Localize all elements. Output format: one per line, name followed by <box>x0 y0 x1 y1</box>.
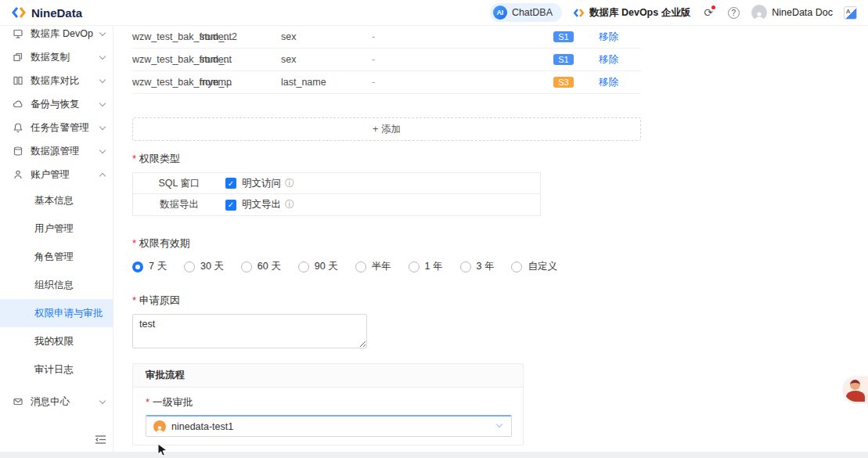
support-avatar[interactable] <box>844 377 868 402</box>
radio-icon[interactable] <box>184 261 195 272</box>
edition-logo-icon <box>573 8 585 18</box>
brand-name: NineData <box>31 6 82 20</box>
sidebar-item-label: 任务告警管理 <box>31 121 93 135</box>
alarm-icon <box>13 122 23 133</box>
chevron-up-icon <box>99 172 106 179</box>
chevron-down-icon <box>99 76 106 82</box>
approver-selected-value: ninedata-test1 <box>171 421 233 432</box>
permission-option-label[interactable]: 明文访问 <box>242 177 281 190</box>
chatdba-label: ChatDBA <box>512 7 553 18</box>
approval-level-label: 一级审批 <box>146 395 510 409</box>
sidebar-item-basic-info[interactable]: 基本信息 <box>0 186 113 215</box>
radio-icon[interactable] <box>241 261 252 272</box>
checkbox-checked-icon[interactable] <box>225 178 236 189</box>
radio-icon[interactable] <box>409 261 420 272</box>
radio-option-7d[interactable]: 7 天 <box>132 260 167 273</box>
help-icon[interactable] <box>726 5 740 20</box>
sidebar-item-user-management[interactable]: 用户管理 <box>0 215 113 243</box>
column-name: sex <box>281 54 372 65</box>
sub-item-label: 基本信息 <box>34 194 74 207</box>
notification-dot <box>711 5 715 9</box>
info-icon[interactable] <box>285 198 294 211</box>
sensitivity-badge: S3 <box>553 77 574 88</box>
column-value: - <box>372 54 553 65</box>
remove-link[interactable]: 移除 <box>599 53 641 67</box>
radio-icon[interactable] <box>460 261 471 272</box>
radio-icon[interactable] <box>355 261 366 272</box>
info-icon[interactable] <box>285 177 294 190</box>
sensitivity-badge: S1 <box>553 31 574 42</box>
selected-objects-table: wzw_test_bak_from_... student2 sex - S1 … <box>132 26 641 94</box>
sidebar-item-org-info[interactable]: 组织信息 <box>0 271 113 299</box>
chatdba-button[interactable]: AI ChatDBA <box>490 3 562 22</box>
sidebar-item-database-compare[interactable]: 数据库对比 <box>0 69 113 92</box>
ninedata-logo[interactable]: NineData <box>11 6 82 20</box>
sub-item-label: 组织信息 <box>34 279 74 292</box>
sidebar-item-backup-restore[interactable]: 备份与恢复 <box>0 92 113 116</box>
doc-link[interactable]: NineData Doc <box>772 7 833 18</box>
permission-type-table: SQL 窗口 明文访问 数据导出 明文导出 <box>132 172 541 216</box>
sidebar-item-role-management[interactable]: 角色管理 <box>0 243 113 271</box>
radio-icon[interactable] <box>511 261 522 272</box>
refresh-icon[interactable]: ⟳ <box>701 5 715 20</box>
radio-option-60d[interactable]: 60 天 <box>241 260 281 273</box>
replication-icon <box>13 52 23 63</box>
database-name: wzw_test_bak_from_... <box>132 54 200 65</box>
sidebar-item-permission-approval[interactable]: 权限申请与审批 <box>0 299 113 327</box>
radio-selected-icon[interactable] <box>132 261 143 272</box>
remove-link[interactable]: 移除 <box>599 76 641 89</box>
sidebar-item-account[interactable]: 账户管理 <box>0 163 113 186</box>
radio-label: 3 年 <box>477 260 495 273</box>
radio-icon[interactable] <box>298 261 309 272</box>
table-row: wzw_test_bak_from_... student sex - S1 移… <box>132 49 641 71</box>
chevron-down-icon <box>99 146 106 153</box>
user-doc-cluster[interactable]: NineData Doc <box>751 5 833 20</box>
translate-icon[interactable]: A <box>844 6 857 20</box>
approver-select[interactable]: ninedata-test1 <box>146 415 512 437</box>
radio-option-30d[interactable]: 30 天 <box>184 260 224 273</box>
approval-flow-title: 审批流程 <box>133 364 523 388</box>
table-name: myemp <box>200 77 281 88</box>
permission-option-label[interactable]: 明文导出 <box>242 198 281 211</box>
sidebar-item-audit-log[interactable]: 审计日志 <box>0 355 113 384</box>
user-avatar[interactable] <box>751 5 767 20</box>
sidebar-collapse-icon[interactable] <box>95 435 106 447</box>
chevron-down-icon <box>496 421 502 427</box>
main-content: wzw_test_bak_from_... student2 sex - S1 … <box>113 26 868 452</box>
radio-option-3y[interactable]: 3 年 <box>460 260 495 273</box>
radio-option-90d[interactable]: 90 天 <box>298 260 338 273</box>
add-button[interactable]: + 添加 <box>132 117 641 141</box>
database-name: wzw_test_bak_from_... <box>132 77 200 88</box>
sidebar-item-label: 消息中心 <box>31 395 93 409</box>
sidebar-item-label: 数据复制 <box>31 51 93 64</box>
support-avatar-head <box>850 380 860 390</box>
ninedata-logo-icon <box>11 6 27 19</box>
validity-radio-group: 7 天 30 天 60 天 90 天 半年 1 年 3 年 自定义 <box>132 260 849 273</box>
monitor-icon <box>13 28 23 39</box>
backup-icon <box>13 99 23 110</box>
bottom-strip <box>0 452 868 458</box>
permission-name: SQL 窗口 <box>133 177 225 190</box>
person-icon <box>754 11 765 20</box>
radio-option-1y[interactable]: 1 年 <box>409 260 443 273</box>
sidebar-item-data-replication[interactable]: 数据复制 <box>0 45 113 69</box>
table-name: student <box>200 54 281 65</box>
remove-link[interactable]: 移除 <box>599 31 641 44</box>
sub-item-label: 权限申请与审批 <box>34 307 103 320</box>
team-icon <box>13 169 23 180</box>
sidebar-item-message-center[interactable]: 消息中心 <box>0 390 113 413</box>
radio-option-half-year[interactable]: 半年 <box>355 260 391 273</box>
edition-label: 数据库 DevOps 企业版 <box>589 6 690 20</box>
permission-name: 数据导出 <box>133 198 225 211</box>
sidebar-item-database-devops[interactable]: 数据库 DevOps <box>0 22 113 45</box>
sidebar-item-task-alert[interactable]: 任务告警管理 <box>0 116 113 139</box>
radio-label: 30 天 <box>200 260 224 273</box>
checkbox-checked-icon[interactable] <box>225 200 236 211</box>
reason-textarea[interactable]: test <box>132 314 367 348</box>
sidebar-item-datasource[interactable]: 数据源管理 <box>0 139 113 163</box>
radio-option-custom[interactable]: 自定义 <box>511 260 557 273</box>
radio-label: 60 天 <box>258 260 281 273</box>
chevron-down-icon <box>99 123 106 129</box>
edition-switcher[interactable]: 数据库 DevOps 企业版 <box>573 6 690 20</box>
sidebar-item-my-permissions[interactable]: 我的权限 <box>0 327 113 355</box>
